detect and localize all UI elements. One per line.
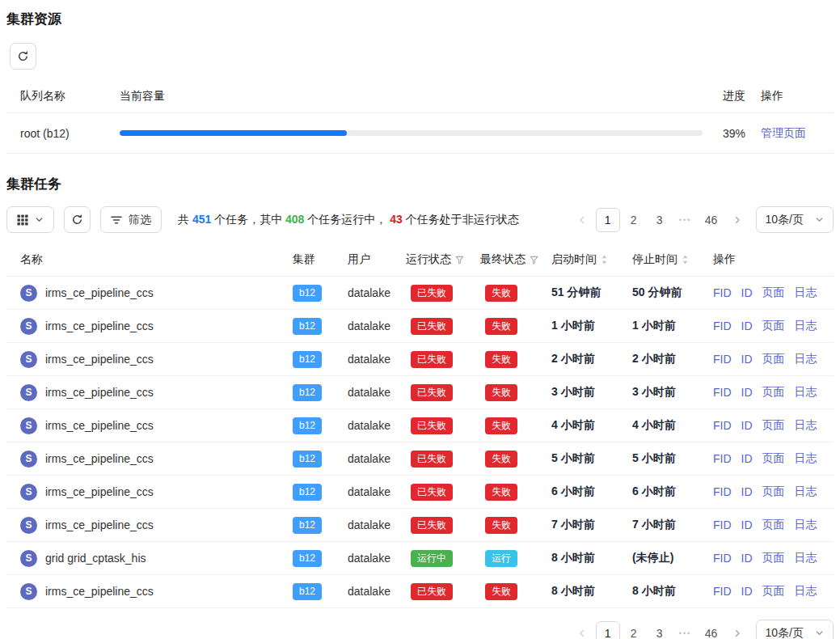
- action-link-fid[interactable]: FID: [713, 386, 732, 399]
- pagination-page-2[interactable]: 2: [622, 621, 646, 639]
- pagination-prev[interactable]: [570, 208, 594, 232]
- action-link-id[interactable]: ID: [741, 452, 753, 465]
- action-link-page[interactable]: 页面: [762, 385, 785, 400]
- action-link-fid[interactable]: FID: [713, 353, 732, 366]
- action-link-fid[interactable]: FID: [713, 585, 732, 598]
- action-link-log[interactable]: 日志: [795, 418, 817, 433]
- user-cell: datalake: [348, 452, 406, 465]
- pagination-page-3[interactable]: 3: [648, 621, 672, 639]
- start-time: 7 小时前: [551, 518, 632, 532]
- action-link-log[interactable]: 日志: [795, 352, 817, 366]
- cluster-cell: b12: [293, 417, 348, 434]
- page-size-select[interactable]: 10条/页: [756, 620, 834, 639]
- pagination-next[interactable]: [725, 208, 749, 232]
- action-link-page[interactable]: 页面: [762, 451, 785, 466]
- action-link-fid[interactable]: FID: [713, 320, 732, 332]
- tasks-section-title: 集群任务: [6, 175, 834, 193]
- chevron-down-icon: [815, 215, 824, 224]
- avatar: S: [20, 417, 37, 434]
- action-link-id[interactable]: ID: [741, 286, 753, 299]
- action-link-id[interactable]: ID: [741, 353, 753, 366]
- layout-dropdown-button[interactable]: [6, 206, 54, 233]
- action-link-log[interactable]: 日志: [795, 518, 817, 532]
- summary-failed-count: 43: [390, 213, 403, 226]
- action-link-page[interactable]: 页面: [762, 551, 785, 565]
- action-link-id[interactable]: ID: [741, 386, 753, 399]
- row-actions: FIDID页面日志: [713, 385, 834, 400]
- progress-percent: 39%: [717, 127, 761, 140]
- pagination-ellipsis[interactable]: •••: [673, 208, 698, 232]
- action-link-log[interactable]: 日志: [795, 319, 817, 333]
- action-link-id[interactable]: ID: [741, 552, 753, 565]
- action-link-log[interactable]: 日志: [795, 385, 817, 400]
- action-link-id[interactable]: ID: [741, 585, 753, 598]
- grid-icon: [17, 214, 28, 226]
- action-link-id[interactable]: ID: [741, 320, 753, 332]
- pagination-page-1[interactable]: 1: [596, 208, 620, 232]
- task-name: grid grid_cptask_his: [45, 552, 146, 565]
- filter-funnel-icon[interactable]: [530, 256, 538, 264]
- action-link-id[interactable]: ID: [741, 518, 753, 531]
- action-link-log[interactable]: 日志: [795, 551, 817, 565]
- action-link-log[interactable]: 日志: [795, 451, 817, 466]
- pagination-next[interactable]: [725, 621, 749, 639]
- queue-name-cell: root (b12): [6, 127, 120, 140]
- filter-funnel-icon[interactable]: [455, 256, 464, 264]
- row-actions: FIDID页面日志: [713, 584, 834, 599]
- cluster-badge: b12: [293, 517, 322, 534]
- action-link-fid[interactable]: FID: [713, 552, 732, 565]
- user-cell: datalake: [348, 419, 406, 432]
- page: 集群资源 队列名称 当前容量 进度 操作 root (b12) 39% 管理页面…: [0, 0, 840, 639]
- action-link-page[interactable]: 页面: [762, 485, 785, 499]
- header-name: 名称: [6, 252, 293, 267]
- header-progress: 进度: [717, 89, 761, 104]
- action-link-log[interactable]: 日志: [795, 286, 817, 300]
- cluster-cell: b12: [293, 384, 348, 401]
- action-link-log[interactable]: 日志: [795, 584, 817, 599]
- task-name-cell: S grid grid_cptask_his: [6, 550, 293, 567]
- pagination-page-46[interactable]: 46: [699, 208, 724, 232]
- task-name-cell: S irms_ce_pipeline_ccs: [6, 451, 293, 468]
- final-status-badge: 失败: [485, 318, 517, 335]
- action-link-fid[interactable]: FID: [713, 485, 732, 498]
- action-link-page[interactable]: 页面: [762, 286, 785, 300]
- action-link-page[interactable]: 页面: [762, 418, 785, 433]
- action-link-fid[interactable]: FID: [713, 452, 732, 465]
- action-link-fid[interactable]: FID: [713, 286, 732, 299]
- action-link-page[interactable]: 页面: [762, 352, 785, 366]
- page-size-select[interactable]: 10条/页: [756, 206, 834, 233]
- pagination-page-2[interactable]: 2: [622, 208, 646, 232]
- sort-icon[interactable]: [682, 254, 689, 265]
- manage-page-link[interactable]: 管理页面: [761, 126, 806, 139]
- pagination-page-1[interactable]: 1: [596, 621, 620, 639]
- row-actions: FIDID页面日志: [713, 485, 834, 499]
- resource-row: root (b12) 39% 管理页面: [6, 113, 834, 154]
- pagination-ellipsis[interactable]: •••: [673, 621, 698, 639]
- tasks-table: 名称 集群 用户 运行状态 最终状态 启动时间: [6, 246, 834, 608]
- action-link-fid[interactable]: FID: [713, 419, 732, 432]
- tasks-table-body: S irms_ce_pipeline_ccs b12 datalake 已失败 …: [6, 277, 834, 608]
- capacity-progress-bar: [120, 130, 703, 136]
- header-task-action: 操作: [713, 252, 834, 267]
- filter-button[interactable]: 筛选: [100, 206, 162, 233]
- action-link-id[interactable]: ID: [741, 485, 753, 498]
- task-name: irms_ce_pipeline_ccs: [45, 353, 154, 366]
- action-link-log[interactable]: 日志: [795, 485, 817, 499]
- run-status-cell: 已失败: [406, 517, 480, 534]
- pagination-prev[interactable]: [570, 621, 594, 639]
- pagination-page-46[interactable]: 46: [699, 621, 724, 639]
- header-stop-time: 停止时间: [632, 252, 713, 267]
- action-link-page[interactable]: 页面: [762, 319, 785, 333]
- resources-refresh-button[interactable]: [10, 43, 36, 70]
- row-actions: FIDID页面日志: [713, 451, 834, 466]
- final-status-cell: 失败: [480, 517, 551, 534]
- action-link-fid[interactable]: FID: [713, 518, 732, 531]
- action-link-page[interactable]: 页面: [762, 584, 785, 599]
- filter-button-label: 筛选: [129, 213, 151, 227]
- action-link-id[interactable]: ID: [741, 419, 753, 432]
- action-link-page[interactable]: 页面: [762, 518, 785, 532]
- final-status-badge: 失败: [485, 285, 517, 302]
- sort-icon[interactable]: [601, 254, 608, 265]
- tasks-refresh-button[interactable]: [64, 206, 91, 233]
- pagination-page-3[interactable]: 3: [648, 208, 672, 232]
